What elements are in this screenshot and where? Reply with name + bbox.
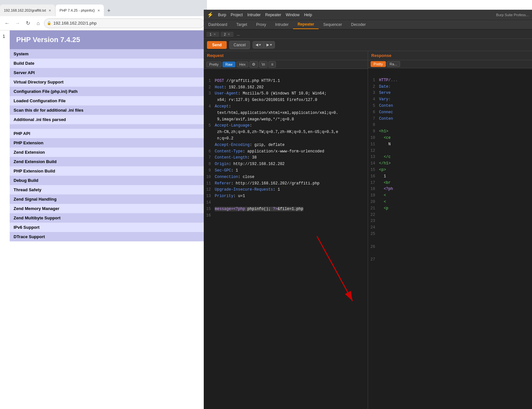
nav-arrow-group: ◀ ▾ ▶ ▾ bbox=[253, 41, 275, 49]
response-panel-header: Response bbox=[368, 51, 532, 60]
newline-btn[interactable]: \n bbox=[259, 61, 267, 68]
raw-btn[interactable]: Raw bbox=[223, 61, 235, 67]
browser-content: 1 PHP Version 7.4.25 System Build Date S… bbox=[0, 30, 207, 409]
nav-tab-proxy[interactable]: Proxy bbox=[252, 20, 271, 29]
table-cell: Zend Extension Build bbox=[10, 157, 207, 166]
security-icon: 🔒 bbox=[47, 21, 51, 25]
tab-2-close[interactable]: ✕ bbox=[228, 33, 230, 36]
nav-tab-dashboard[interactable]: Dashboard bbox=[204, 20, 232, 29]
tab-active[interactable]: PHP 7.4.25 - phpinfo() ✕ bbox=[56, 5, 104, 16]
burp-nav-tabs: Dashboard Target Proxy Intruder Repeater… bbox=[204, 20, 532, 30]
panels-container: Request Pretty Raw Hex ⚙ \n ≡ 1 2 3 4 5 … bbox=[204, 51, 532, 409]
address-bar[interactable]: 🔒 192.168.162.202/1.php bbox=[44, 18, 204, 28]
table-row: Server API bbox=[10, 68, 207, 77]
table-row: Virtual Directory Support bbox=[10, 77, 207, 87]
table-cell: PHP Extension Build bbox=[10, 166, 207, 176]
php-version-title: PHP Version 7.4.25 bbox=[16, 36, 201, 44]
line-number-1: 1 bbox=[3, 34, 5, 39]
address-text: 192.168.162.202/1.php bbox=[53, 21, 97, 26]
table-row: Zend Memory Manager bbox=[10, 204, 207, 213]
table-row: Zend Extension bbox=[10, 148, 207, 157]
burp-title-right: Burp Suite Profess... bbox=[496, 13, 529, 17]
table-cell: DTrace Support bbox=[10, 232, 207, 241]
table-row: PHP Extension Build bbox=[10, 166, 207, 176]
response-pretty-btn[interactable]: Pretty bbox=[371, 61, 386, 67]
repeater-tabs-bar: 1 ✕ 2 ✕ ... bbox=[204, 30, 532, 39]
table-row: Configuration File (php.ini) Path bbox=[10, 87, 207, 96]
table-cell: Scan this dir for additional .ini files bbox=[10, 105, 207, 115]
response-raw-btn[interactable]: Ra... bbox=[387, 61, 400, 67]
response-code-lines[interactable]: HTTP/... Date: Serve Vary: Conten Connec… bbox=[377, 68, 532, 409]
hex-btn[interactable]: Hex bbox=[236, 61, 249, 67]
request-format-bar: Pretty Raw Hex ⚙ \n ≡ bbox=[204, 60, 368, 69]
repeater-tab-2[interactable]: 2 ✕ bbox=[221, 32, 233, 37]
table-row: Scan this dir for additional .ini files bbox=[10, 105, 207, 115]
table-cell: Zend Multibyte Support bbox=[10, 213, 207, 223]
close-icon[interactable]: ✕ bbox=[49, 9, 51, 12]
table-cell: IPv6 Support bbox=[10, 223, 207, 232]
burp-menu-burp[interactable]: Burp bbox=[218, 13, 226, 17]
table-cell: Loaded Configuration File bbox=[10, 96, 207, 105]
table-cell: Debug Build bbox=[10, 176, 207, 185]
table-cell: System bbox=[10, 49, 207, 59]
table-cell: Build Date bbox=[10, 59, 207, 68]
phpinfo-content: PHP Version 7.4.25 System Build Date Ser… bbox=[10, 30, 207, 409]
tab-1-label: 1 bbox=[210, 32, 212, 36]
table-cell: Zend Memory Manager bbox=[10, 204, 207, 213]
table-cell: PHP Extension bbox=[10, 138, 207, 148]
close-icon-active[interactable]: ✕ bbox=[97, 9, 100, 12]
repeater-toolbar: Send Cancel ◀ ▾ ▶ ▾ bbox=[204, 39, 532, 51]
home-button[interactable]: ⌂ bbox=[34, 19, 43, 28]
burp-logo-icon: ⚡ bbox=[207, 12, 213, 18]
table-row: IPv6 Support bbox=[10, 223, 207, 232]
burp-menu-intruder[interactable]: Intruder bbox=[247, 13, 261, 17]
burp-menu-project[interactable]: Project bbox=[231, 13, 243, 17]
table-cell: Server API bbox=[10, 68, 207, 77]
tab-inactive[interactable]: 192.168.162.202/graffiti.txt ✕ bbox=[0, 5, 55, 16]
burp-titlebar: ⚡ Burp Project Intruder Repeater Window … bbox=[204, 10, 532, 20]
burp-menu-repeater[interactable]: Repeater bbox=[265, 13, 281, 17]
next-button[interactable]: ▶ ▾ bbox=[264, 41, 275, 48]
table-row: System bbox=[10, 49, 207, 59]
response-format-bar: Pretty Ra... bbox=[368, 60, 532, 68]
table-row: Loaded Configuration File bbox=[10, 96, 207, 105]
prev-button[interactable]: ◀ ▾ bbox=[253, 41, 264, 48]
nav-tab-decoder[interactable]: Decoder bbox=[347, 20, 370, 29]
burp-window: ⚡ Burp Project Intruder Repeater Window … bbox=[204, 10, 532, 409]
add-tab-button[interactable]: + bbox=[104, 6, 113, 16]
burp-menu-window[interactable]: Window bbox=[286, 13, 299, 17]
request-code-lines[interactable]: POST //graffiti.php HTTP/1.1 Host: 192.1… bbox=[213, 69, 368, 409]
table-cell: Zend Signal Handling bbox=[10, 194, 207, 204]
response-line-numbers: 1 2 3 4 5 6 7 8 9 10 11 12 13 14 15 16 1… bbox=[368, 68, 377, 409]
table-cell: Zend Extension bbox=[10, 148, 207, 157]
table-cell: PHP API bbox=[10, 129, 207, 138]
table-cell: Additional .ini files parsed bbox=[10, 115, 207, 124]
reload-button[interactable]: ↻ bbox=[23, 19, 32, 28]
phpinfo-table: System Build Date Server API Virtual Dir… bbox=[10, 49, 207, 241]
tab-1-close[interactable]: ✕ bbox=[213, 33, 216, 36]
forward-button[interactable]: → bbox=[13, 19, 22, 28]
response-code-area[interactable]: 1 2 3 4 5 6 7 8 9 10 11 12 13 14 15 16 1… bbox=[368, 68, 532, 409]
table-row-empty bbox=[10, 124, 207, 129]
table-row: Additional .ini files parsed bbox=[10, 115, 207, 124]
nav-tab-intruder[interactable]: Intruder bbox=[271, 20, 293, 29]
back-button[interactable]: ← bbox=[3, 19, 12, 28]
table-cell: Configuration File (php.ini) Path bbox=[10, 87, 207, 96]
nav-tab-repeater[interactable]: Repeater bbox=[293, 20, 319, 29]
send-button[interactable]: Send bbox=[207, 41, 227, 49]
request-panel-header: Request bbox=[204, 51, 368, 60]
menu-btn[interactable]: ≡ bbox=[268, 61, 276, 68]
nav-tab-target[interactable]: Target bbox=[232, 20, 252, 29]
cancel-button[interactable]: Cancel bbox=[229, 41, 250, 49]
settings-icon-btn[interactable]: ⚙ bbox=[249, 61, 258, 68]
repeater-tab-dots[interactable]: ... bbox=[235, 32, 242, 37]
request-code-area[interactable]: 1 2 3 4 5 6 7 8 9 10 11 12 13 14 15 16 P… bbox=[204, 69, 368, 409]
response-panel: Response Pretty Ra... 1 2 3 4 5 6 7 8 9 … bbox=[368, 51, 532, 409]
nav-tab-sequencer[interactable]: Sequencer bbox=[319, 20, 346, 29]
table-row: Zend Multibyte Support bbox=[10, 213, 207, 223]
repeater-tab-1[interactable]: 1 ✕ bbox=[206, 32, 219, 37]
table-cell: Virtual Directory Support bbox=[10, 77, 207, 87]
burp-menu-help[interactable]: Help bbox=[304, 13, 312, 17]
tab-label-active: PHP 7.4.25 - phpinfo() bbox=[60, 8, 95, 12]
pretty-btn[interactable]: Pretty bbox=[206, 61, 222, 67]
